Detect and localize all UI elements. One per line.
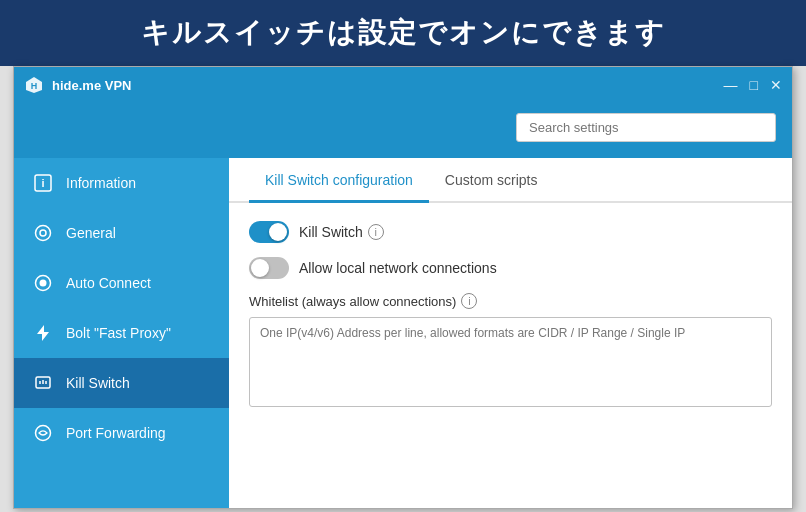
port-forwarding-icon	[32, 422, 54, 444]
app-window: H hide.me VPN — □ ✕ i Information	[13, 66, 793, 509]
tab-kill-switch-config[interactable]: Kill Switch configuration	[249, 158, 429, 203]
title-bar: H hide.me VPN — □ ✕	[14, 67, 792, 103]
header-area	[14, 103, 792, 158]
svg-point-4	[36, 226, 51, 241]
content-area: Kill Switch configuration Custom scripts…	[229, 158, 792, 508]
sidebar-item-general-label: General	[66, 225, 116, 241]
local-toggle-thumb	[251, 259, 269, 277]
tabs-bar: Kill Switch configuration Custom scripts	[229, 158, 792, 203]
tab-custom-scripts[interactable]: Custom scripts	[429, 158, 554, 203]
whitelist-textarea[interactable]	[249, 317, 772, 407]
svg-text:H: H	[31, 81, 38, 91]
sidebar-item-bolt-fast-proxy[interactable]: Bolt "Fast Proxy"	[14, 308, 229, 358]
svg-point-7	[40, 280, 47, 287]
app-title: hide.me VPN	[52, 78, 131, 93]
svg-text:i: i	[41, 177, 44, 189]
sidebar: i Information General	[14, 158, 229, 508]
sidebar-item-kill-switch-label: Kill Switch	[66, 375, 130, 391]
sidebar-item-bolt-label: Bolt "Fast Proxy"	[66, 325, 171, 341]
kill-switch-setting-row: Kill Switch i	[249, 221, 772, 243]
local-network-setting-row: Allow local network connections	[249, 257, 772, 279]
kill-switch-info-icon[interactable]: i	[368, 224, 384, 240]
svg-point-5	[40, 230, 46, 236]
auto-connect-icon	[32, 272, 54, 294]
japanese-banner: キルスイッチは設定でオンにできます	[0, 0, 806, 66]
minimize-button[interactable]: —	[724, 77, 738, 93]
sidebar-item-auto-connect[interactable]: Auto Connect	[14, 258, 229, 308]
search-input[interactable]	[516, 113, 776, 142]
svg-marker-8	[37, 325, 49, 341]
information-icon: i	[32, 172, 54, 194]
sidebar-item-port-forwarding[interactable]: Port Forwarding	[14, 408, 229, 458]
sidebar-item-port-forwarding-label: Port Forwarding	[66, 425, 166, 441]
kill-switch-icon	[32, 372, 54, 394]
maximize-button[interactable]: □	[750, 77, 758, 93]
window-controls: — □ ✕	[724, 77, 782, 93]
kill-switch-config-content: Kill Switch i Allow local network connec…	[229, 203, 792, 429]
whitelist-label: Whitelist (always allow connections) i	[249, 293, 772, 309]
whitelist-section: Whitelist (always allow connections) i	[249, 293, 772, 411]
kill-switch-label: Kill Switch i	[299, 224, 384, 240]
bolt-icon	[32, 322, 54, 344]
general-icon	[32, 222, 54, 244]
app-logo-icon: H	[24, 75, 44, 95]
svg-point-13	[36, 426, 51, 441]
sidebar-item-information[interactable]: i Information	[14, 158, 229, 208]
close-button[interactable]: ✕	[770, 77, 782, 93]
sidebar-item-general[interactable]: General	[14, 208, 229, 258]
title-bar-left: H hide.me VPN	[24, 75, 131, 95]
main-layout: i Information General	[14, 158, 792, 508]
sidebar-item-kill-switch[interactable]: Kill Switch	[14, 358, 229, 408]
banner-text: キルスイッチは設定でオンにできます	[141, 17, 666, 48]
whitelist-info-icon[interactable]: i	[461, 293, 477, 309]
sidebar-item-information-label: Information	[66, 175, 136, 191]
toggle-thumb	[269, 223, 287, 241]
kill-switch-toggle[interactable]	[249, 221, 289, 243]
sidebar-item-auto-connect-label: Auto Connect	[66, 275, 151, 291]
local-network-toggle[interactable]	[249, 257, 289, 279]
local-network-label: Allow local network connections	[299, 260, 497, 276]
